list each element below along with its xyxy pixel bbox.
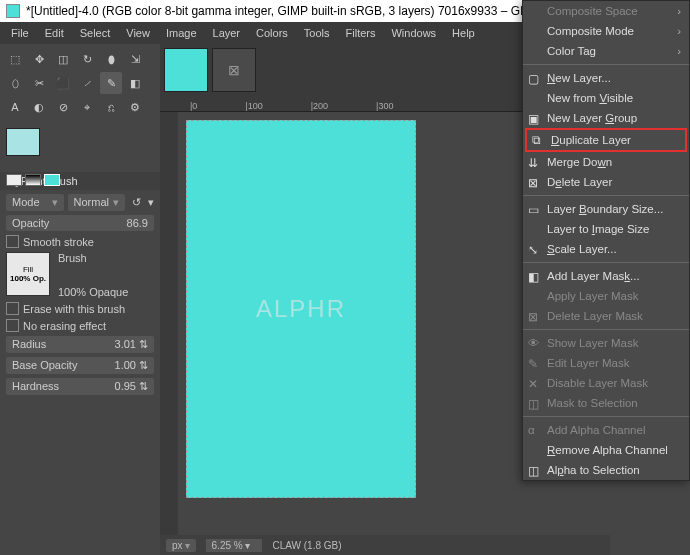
menu-item-label: Delete Layer Mask — [547, 310, 643, 322]
tool-17[interactable]: ⚙ — [124, 96, 146, 118]
no-erase-checkbox[interactable]: No erasing effect — [6, 319, 154, 332]
menu-windows[interactable]: Windows — [384, 25, 443, 41]
menu-item-composite-space: Composite Space — [523, 1, 689, 21]
foreground-color[interactable] — [6, 128, 40, 156]
menu-item-new-layer-group[interactable]: ▣New Layer Group — [523, 108, 689, 128]
menu-item-alpha-to-selection[interactable]: ◫Alpha to Selection — [523, 460, 689, 480]
menu-item-edit-layer-mask: ✎Edit Layer Mask — [523, 353, 689, 373]
menu-item-composite-mode[interactable]: Composite Mode — [523, 21, 689, 41]
menu-item-merge-down[interactable]: ⇊Merge Down — [523, 152, 689, 172]
menu-item-label: Scale Layer... — [547, 243, 617, 255]
base-opacity-slider[interactable]: Base Opacity1.00 ⇅ — [6, 357, 154, 374]
menu-item-new-layer[interactable]: ▢New Layer... — [523, 68, 689, 88]
mode-select[interactable]: Mode — [6, 194, 64, 211]
menu-item-label: Add Layer Mask... — [547, 270, 640, 282]
menu-image[interactable]: Image — [159, 25, 204, 41]
canvas[interactable]: ALPHR — [186, 120, 416, 498]
left-dock: ⬚✥◫↻⬮⇲⬯✂⬛⟋✎◧A◐⊘⌖⎌⚙ MyPaint Brush Mode No… — [0, 44, 160, 555]
menu-help[interactable]: Help — [445, 25, 482, 41]
menu-view[interactable]: View — [119, 25, 157, 41]
menu-filters[interactable]: Filters — [339, 25, 383, 41]
menu-item-label: Merge Down — [547, 156, 612, 168]
tool-15[interactable]: ⌖ — [76, 96, 98, 118]
ruler-vertical — [160, 112, 178, 535]
menu-item-duplicate-layer[interactable]: ⧉Duplicate Layer — [525, 128, 687, 152]
menu-item-layer-boundary-size[interactable]: ▭Layer Boundary Size... — [523, 199, 689, 219]
sel-icon: ◫ — [528, 397, 541, 410]
blend-select[interactable]: Normal — [68, 194, 126, 211]
menu-item-color-tag[interactable]: Color Tag — [523, 41, 689, 61]
gimp-logo-icon — [6, 4, 20, 18]
sel-icon: ◫ — [528, 464, 541, 477]
menu-item-label: Delete Layer — [547, 176, 612, 188]
menu-item-apply-layer-mask: Apply Layer Mask — [523, 286, 689, 306]
status-info: CLAW (1.8 GB) — [272, 540, 341, 551]
tool-0[interactable]: ⬚ — [4, 48, 26, 70]
menu-colors[interactable]: Colors — [249, 25, 295, 41]
image-tab-close[interactable]: ⊠ — [212, 48, 256, 92]
edit-icon: ✎ — [528, 357, 541, 370]
smooth-stroke-checkbox[interactable]: Smooth stroke — [6, 235, 154, 248]
image-tab-1[interactable] — [164, 48, 208, 92]
tool-8[interactable]: ⬛ — [52, 72, 74, 94]
tool-options: Mode Normal ↺ ▾ Opacity86.9 Smooth strok… — [0, 190, 160, 399]
tool-10[interactable]: ✎ — [100, 72, 122, 94]
indicator-gradient[interactable] — [25, 174, 41, 186]
tool-5[interactable]: ⇲ — [124, 48, 146, 70]
menu-item-label: Duplicate Layer — [551, 134, 631, 146]
tool-4[interactable]: ⬮ — [100, 48, 122, 70]
menu-layer[interactable]: Layer — [206, 25, 248, 41]
unit-select[interactable]: px — [166, 539, 196, 552]
tool-16[interactable]: ⎌ — [100, 96, 122, 118]
tool-9[interactable]: ⟋ — [76, 72, 98, 94]
expand-icon[interactable]: ▾ — [148, 196, 154, 209]
hardness-slider[interactable]: Hardness0.95 ⇅ — [6, 378, 154, 395]
new-icon: ▢ — [528, 72, 541, 85]
del-icon: ⊠ — [528, 310, 541, 323]
menu-tools[interactable]: Tools — [297, 25, 337, 41]
reset-icon[interactable]: ↺ — [129, 196, 144, 209]
indicator-active[interactable] — [44, 174, 60, 186]
menu-item-label: New Layer... — [547, 72, 611, 84]
menu-item-delete-layer[interactable]: ⊠Delete Layer — [523, 172, 689, 192]
menu-item-label: Edit Layer Mask — [547, 357, 629, 369]
radius-slider[interactable]: Radius3.01 ⇅ — [6, 336, 154, 353]
folder-icon: ▣ — [528, 112, 541, 125]
color-swatches[interactable] — [0, 122, 160, 172]
statusbar: px 6.25 % ▾ CLAW (1.8 GB) — [160, 535, 610, 555]
menu-file[interactable]: File — [4, 25, 36, 41]
menu-item-label: Disable Layer Mask — [547, 377, 648, 389]
brush-label: Brush — [58, 252, 154, 264]
menu-item-mask-to-selection: ◫Mask to Selection — [523, 393, 689, 413]
menu-item-layer-to-image-size[interactable]: Layer to Image Size — [523, 219, 689, 239]
menu-item-delete-layer-mask: ⊠Delete Layer Mask — [523, 306, 689, 326]
tool-7[interactable]: ✂ — [28, 72, 50, 94]
tool-12[interactable]: A — [4, 96, 26, 118]
tool-11[interactable]: ◧ — [124, 72, 146, 94]
tool-14[interactable]: ⊘ — [52, 96, 74, 118]
tool-13[interactable]: ◐ — [28, 96, 50, 118]
opaque-label: 100% Opaque — [58, 286, 154, 298]
menu-item-scale-layer[interactable]: ⤡Scale Layer... — [523, 239, 689, 259]
zoom-select[interactable]: 6.25 % ▾ — [206, 539, 263, 552]
erase-checkbox[interactable]: Erase with this brush — [6, 302, 154, 315]
brush-preview[interactable]: Fill100% Op. — [6, 252, 50, 296]
menu-item-label: New from Visible — [547, 92, 633, 104]
bound-icon: ▭ — [528, 203, 541, 216]
menu-item-label: Composite Mode — [547, 25, 634, 37]
tool-2[interactable]: ◫ — [52, 48, 74, 70]
menu-select[interactable]: Select — [73, 25, 118, 41]
tool-6[interactable]: ⬯ — [4, 72, 26, 94]
menu-item-label: Layer to Image Size — [547, 223, 649, 235]
menu-item-add-layer-mask[interactable]: ◧Add Layer Mask... — [523, 266, 689, 286]
menu-edit[interactable]: Edit — [38, 25, 71, 41]
opacity-slider[interactable]: Opacity86.9 — [6, 215, 154, 231]
menu-item-label: Add Alpha Channel — [547, 424, 645, 436]
tool-3[interactable]: ↻ — [76, 48, 98, 70]
indicator-brush[interactable] — [6, 174, 22, 186]
menu-item-remove-alpha-channel[interactable]: Remove Alpha Channel — [523, 440, 689, 460]
tool-1[interactable]: ✥ — [28, 48, 50, 70]
menu-item-label: Alpha to Selection — [547, 464, 640, 476]
layer-context-menu: Composite SpaceComposite ModeColor Tag▢N… — [522, 0, 690, 481]
menu-item-new-from-visible[interactable]: New from Visible — [523, 88, 689, 108]
